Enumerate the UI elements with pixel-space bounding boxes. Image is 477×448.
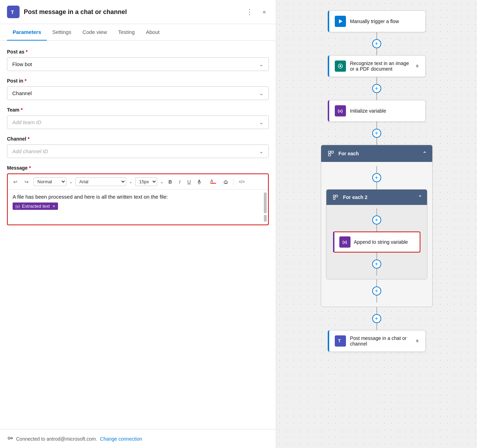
add-step-foreach-bottom[interactable]: + [372,286,381,296]
options-button[interactable]: ⋮ [243,6,256,17]
channel-select[interactable]: Add channel ID ⌄ [7,144,269,158]
tabs-bar: Parameters Settings Code view Testing Ab… [0,24,276,41]
italic-button[interactable]: I [177,178,182,186]
add-step-3[interactable]: + [372,129,381,138]
chevron-down-icon: ⌄ [259,149,263,154]
foreach-icon [327,149,335,158]
collapse-button[interactable]: « [260,7,269,16]
dynamic-tag-icon: {x} [15,204,20,208]
font-select[interactable]: Arial Times New Roman Calibri [75,177,126,186]
foreach-header[interactable]: For each ⌃ [321,145,432,162]
tab-codeview[interactable]: Code view [77,24,113,41]
panel-title: Post message in a chat or channel [24,8,127,16]
code-button[interactable]: </> [237,178,247,186]
connector-3: + [372,122,381,145]
panel-header-right: ⋮ « [243,6,269,17]
trigger-node[interactable]: Manually trigger a flow [328,10,426,32]
link-button[interactable] [221,177,231,186]
svg-marker-7 [339,19,342,23]
trigger-label: Manually trigger a flow [350,19,420,24]
add-step-foreach2-bottom[interactable]: + [372,259,381,269]
post-in-label: Post in * [7,78,269,84]
scrollbar-bottom[interactable] [264,215,267,222]
color-button[interactable]: A [208,177,218,186]
message-label: Message * [7,165,269,171]
font-chevron-icon: ⌄ [129,179,132,184]
add-step-foreach2[interactable]: + [372,215,381,225]
post-chain-icon [415,338,420,344]
redo-button[interactable]: ↪ [22,178,31,186]
remove-tag-icon[interactable]: × [52,204,55,209]
form-content: Post as * Flow bot ⌄ Post in * Channel ⌄… [0,41,276,429]
post-in-select[interactable]: Channel ⌄ [7,86,269,100]
chevron-down-icon: ⌄ [259,62,263,67]
undo-button[interactable]: ↩ [11,178,20,186]
foreach2-header[interactable]: For each 2 ⌃ [326,190,427,205]
append-node[interactable]: {x} Append to string variable [333,232,420,253]
post-message-node[interactable]: T Post message in a chat or channel [328,330,426,352]
extracted-text-tag[interactable]: {x} Extracted text × [13,202,58,210]
svg-text:T: T [11,9,14,15]
right-panel: Manually trigger a flow + Recognize text… [276,0,477,448]
svg-rect-10 [328,151,331,153]
editor-toolbar: ↩ ↪ Normal Heading 1 Heading 2 ⌄ Arial T… [8,174,268,190]
foreach2-label: For each 2 [343,194,368,200]
channel-group: Channel * Add channel ID ⌄ [7,136,269,158]
panel-header-left: T Post message in a chat or channel [7,6,127,18]
connector-2: + [372,77,381,100]
initialize-node[interactable]: {x} Initialize variable [328,100,426,122]
highlight-button[interactable]: A̲ [196,177,205,186]
foreach-container: For each ⌃ + [321,145,433,307]
post-as-group: Post as * Flow bot ⌄ [7,49,269,71]
post-message-icon: T [335,335,346,347]
add-step-4[interactable]: + [372,314,381,323]
foreach2-body: + {x} Append to string variable [326,205,427,279]
connection-text: Connected to antrod@microsoft.com. [16,436,97,442]
team-select[interactable]: Add team ID ⌄ [7,115,269,129]
recognize-node[interactable]: Recognize text in an image or a PDF docu… [328,55,426,77]
foreach-body: + For each 2 ⌃ [321,162,432,307]
svg-text:A: A [210,179,213,184]
chevron-down-icon: ⌄ [259,91,263,96]
add-step-1[interactable]: + [372,39,381,48]
tab-about[interactable]: About [140,24,165,41]
post-as-select[interactable]: Flow bot ⌄ [7,57,269,71]
style-chevron-icon: ⌄ [69,179,73,184]
message-group: Message * ↩ ↪ Normal Heading 1 Heading 2… [7,165,269,225]
scrollbar-right[interactable] [264,192,267,213]
connector-1: + [372,32,381,55]
append-label: Append to string variable [354,239,415,245]
foreach-connector-top: + [372,166,381,189]
flow-container: Manually trigger a flow + Recognize text… [324,10,429,352]
style-select[interactable]: Normal Heading 1 Heading 2 [34,177,66,186]
change-connection-link[interactable]: Change connection [100,436,142,442]
toolbar-divider [233,178,234,185]
message-text: A file has been processed and here is al… [13,194,263,200]
foreach-label: For each [339,151,359,156]
foreach-expand-icon[interactable]: ⌃ [422,151,427,156]
svg-rect-15 [333,198,335,199]
trigger-icon [335,16,346,27]
add-step-2[interactable]: + [372,84,381,93]
tab-testing[interactable]: Testing [113,24,140,41]
connection-icon [7,435,13,442]
underline-button[interactable]: U [185,178,193,186]
recognize-label: Recognize text in an image or a PDF docu… [350,61,411,72]
teams-icon: T [7,6,20,18]
size-select[interactable]: 15px 12px 14px 16px 18px [135,177,157,186]
foreach2-expand-icon[interactable]: ⌃ [418,194,422,200]
foreach2-icon [331,193,340,201]
append-icon: {x} [339,236,350,248]
add-step-foreach[interactable]: + [372,173,381,182]
initialize-label: Initialize variable [350,108,420,114]
size-chevron-icon: ⌄ [160,179,164,184]
foreach2-connector-top: + [372,208,381,232]
svg-rect-4 [210,183,216,184]
bold-button[interactable]: B [166,178,174,186]
tab-parameters[interactable]: Parameters [7,24,47,41]
tab-settings[interactable]: Settings [47,24,77,41]
left-panel: T Post message in a chat or channel ⋮ « … [0,0,276,448]
editor-content[interactable]: A file has been processed and here is al… [8,190,268,225]
team-group: Team * Add team ID ⌄ [7,107,269,129]
foreach2-connector-bottom: + [372,253,381,276]
